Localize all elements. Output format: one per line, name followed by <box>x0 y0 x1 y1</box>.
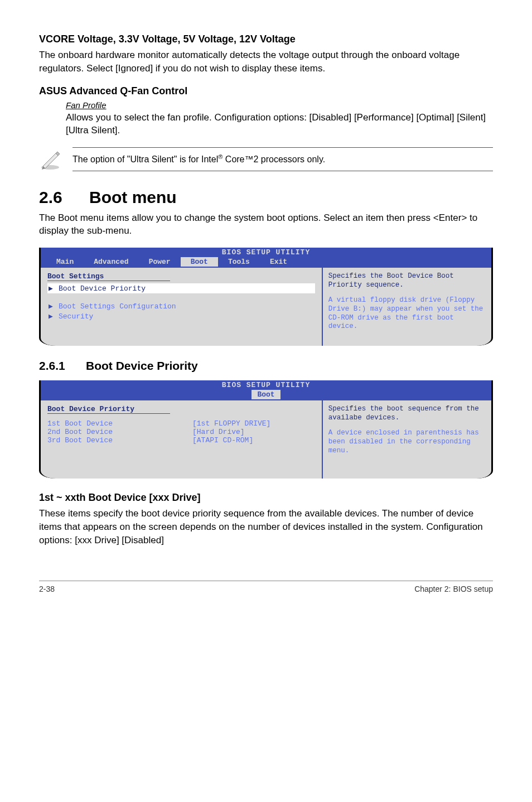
item-label: Boot Settings Configuration <box>59 302 176 311</box>
key: 3rd Boot Device <box>47 436 192 445</box>
page-footer: 2-38 Chapter 2: BIOS setup <box>39 581 493 593</box>
item-label: Boot Device Priority <box>59 284 146 293</box>
arrow-icon: ▶ <box>47 312 54 321</box>
item-boot-settings-config[interactable]: ▶ Boot Settings Configuration <box>47 301 315 311</box>
underline <box>47 281 170 281</box>
bios-tabs: Main Advanced Power Boot Tools Exit <box>41 257 491 268</box>
item-security[interactable]: ▶ Security <box>47 311 315 321</box>
qfan-heading: ASUS Advanced Q-Fan Control <box>39 85 493 97</box>
bios-left-pane: Boot Settings ▶ Boot Device Priority ▶ B… <box>41 268 323 346</box>
xxth-heading: 1st ~ xxth Boot Device [xxx Drive] <box>39 492 493 504</box>
bios-panel-boot-settings: BIOS SETUP UTILITY Main Advanced Power B… <box>39 248 493 346</box>
chapter-title: Boot menu <box>89 188 177 206</box>
value: [ATAPI CD-ROM] <box>192 436 253 445</box>
help-top: Specifies the boot sequence from the ava… <box>328 405 486 422</box>
row-2nd-boot[interactable]: 2nd Boot Device [Hard Drive] <box>47 428 315 436</box>
tab-power[interactable]: Power <box>139 257 181 267</box>
underline <box>47 413 170 414</box>
tab-main[interactable]: Main <box>46 257 84 267</box>
vcore-body: The onboard hardware monitor automatical… <box>39 49 493 75</box>
chapter-label: Chapter 2: BIOS setup <box>414 584 493 593</box>
note-text: The option of "Ultra Silent" is for Inte… <box>72 147 493 171</box>
tab-boot[interactable]: Boot <box>252 390 280 399</box>
tab-advanced[interactable]: Advanced <box>84 257 138 267</box>
help-top: Specifies the Boot Device Boot Priority … <box>328 272 486 289</box>
note-suffix: Core™2 processors only. <box>223 155 325 165</box>
chapter-heading: 2.6Boot menu <box>39 188 493 207</box>
bios-help-pane: Specifies the Boot Device Boot Priority … <box>323 268 491 346</box>
xxth-body: These items specify the boot device prio… <box>39 507 493 547</box>
fan-profile-label: Fan Profile <box>66 100 493 110</box>
bios-left-pane: Boot Device Priority 1st Boot Device [1s… <box>41 400 323 479</box>
subsection-title: Boot Device Priority <box>86 359 198 372</box>
qfan-block: Fan Profile Allows you to select the fan… <box>39 100 493 138</box>
page-number: 2-38 <box>39 584 55 593</box>
bios-title: BIOS SETUP UTILITY <box>41 248 491 257</box>
row-3rd-boot[interactable]: 3rd Boot Device [ATAPI CD-ROM] <box>47 436 315 445</box>
subsection-heading: 2.6.1Boot Device Priority <box>39 359 493 373</box>
boot-priority-label: Boot Device Priority <box>47 405 315 413</box>
note-row: The option of "Ultra Silent" is for Inte… <box>39 147 493 171</box>
help-bottom: A virtual floppy disk drive (Floppy Driv… <box>328 296 486 331</box>
note-prefix: The option of "Ultra Silent" is for Inte… <box>72 155 218 165</box>
tab-tools[interactable]: Tools <box>218 257 260 267</box>
boot-intro: The Boot menu items allow you to change … <box>39 211 493 238</box>
key: 2nd Boot Device <box>47 428 192 436</box>
tab-exit[interactable]: Exit <box>260 257 297 267</box>
help-bottom: A device enclosed in parenthesis has bee… <box>328 429 486 455</box>
value: [Hard Drive] <box>192 428 245 436</box>
arrow-icon: ▶ <box>47 284 54 293</box>
boot-settings-label: Boot Settings <box>47 272 315 281</box>
vcore-heading: VCORE Voltage, 3.3V Voltage, 5V Voltage,… <box>39 33 493 45</box>
item-boot-device-priority[interactable]: ▶ Boot Device Priority <box>47 283 315 293</box>
bios-title: BIOS SETUP UTILITY <box>41 380 491 390</box>
arrow-icon: ▶ <box>47 302 54 311</box>
bios-help-pane: Specifies the boot sequence from the ava… <box>323 400 491 479</box>
chapter-num: 2.6 <box>39 188 89 207</box>
fan-profile-text: Allows you to select the fan profile. Co… <box>66 111 493 138</box>
bios-tabs-single: Boot <box>41 390 491 400</box>
key: 1st Boot Device <box>47 419 192 428</box>
row-1st-boot[interactable]: 1st Boot Device [1st FLOPPY DRIVE] <box>47 419 315 428</box>
pencil-icon <box>39 148 61 170</box>
item-label: Security <box>59 312 93 321</box>
subsection-num: 2.6.1 <box>39 359 86 373</box>
value: [1st FLOPPY DRIVE] <box>192 419 270 428</box>
bios-panel-boot-priority: BIOS SETUP UTILITY Boot Boot Device Prio… <box>39 380 493 479</box>
tab-boot[interactable]: Boot <box>181 257 218 267</box>
